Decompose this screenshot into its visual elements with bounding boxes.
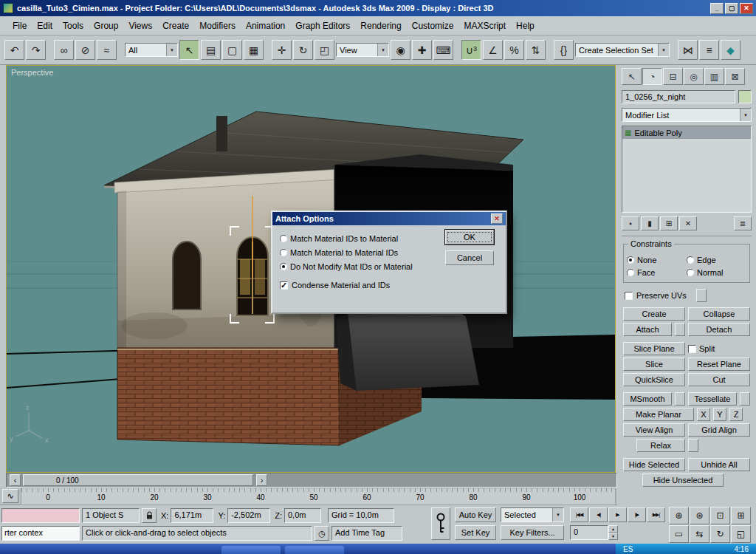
remove-modifier-button[interactable]: ✕	[679, 216, 697, 230]
menu-item[interactable]: MAXScript	[458, 18, 511, 33]
dialog-title-bar[interactable]: Attach Options ✕	[272, 212, 506, 225]
taskbar-item[interactable]	[221, 546, 281, 554]
planar-y-button[interactable]: Y	[713, 408, 726, 421]
tessellate-settings-button[interactable]	[740, 392, 750, 406]
menu-item[interactable]: Views	[123, 18, 157, 33]
key-mode-dropdown[interactable]: Selected ▼	[501, 507, 564, 522]
zoom-extents-button[interactable]: ⊡	[710, 507, 730, 524]
go-to-end-button[interactable]: ▶▶|	[647, 507, 665, 522]
create-selection-set-dropdown[interactable]: Create Selection Set ▼	[575, 43, 670, 57]
msmooth-button[interactable]: MSmooth	[623, 392, 672, 406]
select-object-button[interactable]: ↖	[179, 40, 199, 60]
maxscript-listener-field[interactable]: rter contex	[1, 526, 80, 541]
constraint-radio[interactable]: Edge	[687, 253, 746, 266]
create-button[interactable]: Create	[623, 307, 685, 321]
modifier-stack[interactable]: ▦ Editable Poly	[622, 126, 752, 213]
attach-settings-button[interactable]	[675, 323, 685, 336]
pan-button[interactable]: ⇆	[690, 525, 709, 543]
menu-item[interactable]: Animation	[241, 18, 290, 33]
snap-toggle-button[interactable]: ∪³	[461, 40, 481, 60]
track-bar-ruler[interactable]: 0102030405060708090100	[21, 488, 616, 505]
menu-item[interactable]: Customize	[407, 18, 459, 33]
title-bar[interactable]: casilla_Tuto3_Cimien.max - Project Folde…	[0, 0, 756, 16]
viewport-label[interactable]: Perspective	[11, 68, 53, 77]
next-frame-arrow[interactable]: ›	[256, 474, 267, 486]
cancel-button[interactable]: Cancel	[445, 250, 494, 265]
spin-down-button[interactable]: ▼	[608, 533, 618, 540]
menu-item[interactable]: Rendering	[355, 18, 406, 33]
tab-display[interactable]: ▥	[704, 68, 724, 85]
y-coordinate-field[interactable]: -2,502m	[227, 508, 270, 523]
menu-item[interactable]: Help	[511, 18, 540, 33]
open-mini-curve-editor-button[interactable]: ∿	[2, 489, 18, 503]
taskbar-item[interactable]	[285, 546, 344, 554]
select-and-move-button[interactable]: ✛	[272, 40, 292, 60]
add-time-tag-field[interactable]: Add Time Tag	[331, 526, 402, 541]
tessellate-button[interactable]: Tessellate	[688, 392, 737, 406]
selection-region-button[interactable]: ▢	[222, 40, 242, 60]
z-coordinate-field[interactable]: 0,0m	[284, 508, 321, 523]
menu-item[interactable]: Group	[89, 18, 123, 33]
zoom-all-button[interactable]: ⊛	[690, 507, 709, 524]
preserve-uvs-checkbox[interactable]	[625, 292, 633, 300]
spinner-snap-button[interactable]: ⇅	[526, 40, 546, 60]
attach-button[interactable]: Attach	[623, 323, 672, 336]
menu-item[interactable]: Edit	[32, 18, 58, 33]
unhide-all-button[interactable]: Unhide All	[688, 458, 750, 471]
reference-coordinate-dropdown[interactable]: View ▼	[336, 43, 389, 57]
slice-button[interactable]: Slice	[623, 358, 685, 371]
set-keys-button[interactable]	[431, 507, 450, 540]
reset-plane-button[interactable]: Reset Plane	[688, 358, 750, 371]
time-tag-button[interactable]: ◷	[315, 526, 329, 541]
hide-selected-button[interactable]: Hide Selected	[623, 458, 685, 471]
cut-button[interactable]: Cut	[688, 373, 750, 386]
current-frame-field[interactable]: 0	[570, 525, 608, 540]
arc-rotate-button[interactable]: ↻	[710, 525, 730, 543]
track-bar[interactable]: ∿ 0102030405060708090100	[0, 488, 617, 505]
play-button[interactable]: ▶	[608, 507, 627, 522]
grid-align-button[interactable]: Grid Align	[688, 423, 750, 437]
redo-button[interactable]: ↷	[26, 40, 46, 60]
relax-settings-button[interactable]	[688, 439, 698, 452]
ok-button[interactable]: OK	[445, 230, 494, 244]
make-planar-button[interactable]: Make Planar	[623, 408, 694, 421]
minimize-button[interactable]: _	[710, 3, 724, 14]
spin-up-button[interactable]: ▲	[608, 525, 618, 533]
auto-key-button[interactable]: Auto Key	[455, 507, 496, 522]
next-frame-button[interactable]: |▶	[628, 507, 646, 522]
condense-material-checkbox[interactable]	[280, 281, 288, 290]
set-key-button[interactable]: Set Key	[455, 525, 496, 540]
unlink-selection-button[interactable]: ⊘	[75, 40, 95, 60]
relax-button[interactable]: Relax	[636, 439, 685, 452]
time-slider[interactable]: ‹ 0 / 100 ›	[6, 473, 617, 488]
macro-recorder-field[interactable]	[1, 508, 80, 523]
menu-item[interactable]: Graph Editors	[290, 18, 355, 33]
select-and-scale-button[interactable]: ◰	[315, 40, 334, 60]
show-end-result-button[interactable]: ▮	[641, 216, 659, 230]
tab-hierarchy[interactable]: ⊟	[663, 68, 683, 85]
window-crossing-button[interactable]: ▦	[244, 40, 264, 60]
angle-snap-button[interactable]: ∠	[483, 40, 503, 60]
zoom-extents-all-button[interactable]: ⊞	[731, 507, 751, 524]
material-editor-button[interactable]: ◆	[721, 40, 740, 60]
split-checkbox[interactable]	[688, 345, 696, 353]
go-to-start-button[interactable]: |◀◀	[570, 507, 588, 522]
constraint-radio[interactable]: None	[627, 253, 687, 266]
zoom-region-button[interactable]: ▭	[669, 525, 689, 543]
maximize-button[interactable]: ▢	[725, 3, 738, 14]
use-pivot-center-button[interactable]: ◉	[391, 40, 410, 60]
select-and-manipulate-button[interactable]: ✚	[412, 40, 432, 60]
quickslice-button[interactable]: QuickSlice	[623, 373, 685, 386]
planar-z-button[interactable]: Z	[729, 408, 743, 421]
menu-item[interactable]: Modifiers	[194, 18, 241, 33]
constraint-radio[interactable]: Normal	[687, 266, 746, 278]
msmooth-settings-button[interactable]	[675, 392, 685, 406]
named-selection-sets-button[interactable]: {}	[554, 40, 574, 60]
menu-item[interactable]: File	[7, 18, 32, 33]
key-filters-button[interactable]: Key Filters...	[501, 525, 564, 540]
configure-modifier-sets-button[interactable]: ≣	[734, 216, 752, 230]
time-slider-handle[interactable]: 0 / 100	[23, 474, 253, 486]
previous-frame-arrow[interactable]: ‹	[10, 474, 21, 486]
object-color-swatch[interactable]	[738, 90, 752, 103]
menu-item[interactable]: Create	[157, 18, 194, 33]
